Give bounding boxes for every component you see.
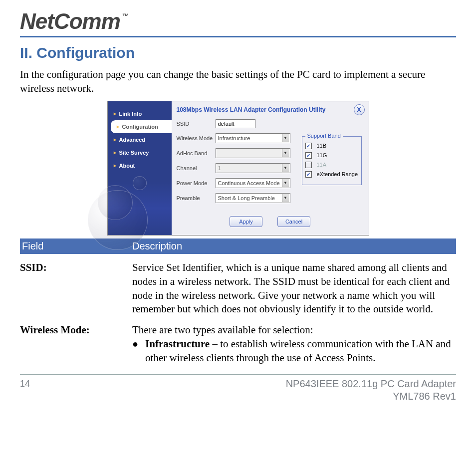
label-11a: 11A [317, 162, 327, 168]
wmode-bullet-name: Infrastructure [145, 338, 210, 350]
footer-line1: NP643IEEE 802.11g PC Card Adapter [286, 378, 456, 390]
checkbox-extended[interactable]: ✔ [305, 171, 312, 178]
wmode-lead: There are two types available for select… [132, 323, 456, 337]
nav-link-info[interactable]: ▸ Link Info [108, 107, 172, 120]
ssid-label: SSID [177, 121, 216, 127]
page-number: 14 [20, 379, 30, 389]
support-legend: Support Band [305, 133, 343, 139]
field-description-table: Field Description SSID: Service Set Iden… [20, 238, 456, 365]
nav-advanced[interactable]: ▸ Advanced [108, 133, 172, 146]
nav-label: Site Survey [119, 150, 149, 156]
channel-label: Channel [177, 165, 216, 171]
preamble-value: Short & Long Preamble [218, 195, 275, 201]
channel-select: 1 ▼ [216, 163, 290, 173]
th-desc: Description [132, 240, 182, 252]
divider-footer [20, 374, 456, 375]
power-select[interactable]: Continuous Access Mode ▼ [216, 178, 290, 188]
wmode-value: Infrastructure [218, 135, 250, 141]
power-label: Power Mode [177, 180, 216, 186]
nav-site-survey[interactable]: ▸ Site Survey [108, 146, 172, 159]
preamble-select[interactable]: Short & Long Preamble ▼ [216, 193, 290, 203]
arrow-icon: ▸ [114, 163, 116, 168]
brand-tm: ™ [122, 12, 129, 20]
support-band-fieldset: Support Band ✔ 11B ✔ 11G 11A ✔ eXtended … [302, 136, 362, 185]
cancel-button[interactable]: Cancel [277, 216, 310, 227]
decor-circle [88, 190, 148, 250]
footer-meta: NP643IEEE 802.11g PC Card Adapter YML786… [286, 378, 456, 403]
brand-text: NetComm [20, 9, 120, 34]
nav-label: About [119, 163, 135, 169]
brand-logo: NetComm ™ [20, 9, 456, 34]
arrow-icon: ▸ [114, 111, 116, 116]
intro-text: In the configuration page you can change… [20, 67, 456, 96]
wmode-select[interactable]: Infrastructure ▼ [216, 133, 290, 143]
preamble-label: Preamble [177, 195, 216, 201]
table-row: Wireless Mode: There are two types avail… [20, 323, 456, 365]
bullet-icon: ● [132, 339, 138, 365]
nav-label: Link Info [119, 111, 142, 117]
label-11b: 11B [317, 143, 327, 149]
arrow-icon: ▸ [114, 137, 116, 142]
field-desc-wmode: There are two types available for select… [132, 323, 456, 365]
label-extended: eXtended Range [317, 171, 358, 177]
field-name-ssid: SSID: [20, 261, 132, 317]
table-row: SSID: Service Set Identifier, which is a… [20, 261, 456, 317]
nav-configuration[interactable]: ▸ Configuration [111, 120, 172, 133]
table-header: Field Description [20, 238, 456, 254]
apply-button[interactable]: Apply [230, 216, 262, 227]
checkbox-11b[interactable]: ✔ [305, 143, 312, 149]
page-footer: 14 NP643IEEE 802.11g PC Card Adapter YML… [20, 378, 456, 403]
chevron-down-icon: ▼ [282, 194, 289, 202]
arrow-icon: ▸ [117, 124, 119, 129]
adhoc-select: ▼ [216, 148, 290, 158]
arrow-icon: ▸ [114, 150, 116, 155]
label-11g: 11G [317, 152, 327, 158]
field-desc-ssid: Service Set Identifier, which is a uniqu… [132, 261, 456, 317]
field-name-wmode: Wireless Mode: [20, 323, 132, 365]
chevron-down-icon: ▼ [282, 179, 289, 187]
wmode-bullet: Infrastructure – to establish wireless c… [145, 337, 456, 365]
ssid-input[interactable] [216, 119, 255, 128]
nav-about[interactable]: ▸ About [108, 159, 172, 172]
footer-line2: YML786 Rev1 [286, 390, 456, 403]
power-value: Continuous Access Mode [218, 180, 280, 186]
adhoc-label: AdHoc Band [177, 150, 216, 156]
chevron-down-icon: ▼ [282, 164, 289, 172]
decor-circle [133, 176, 147, 190]
wmode-label: Wireless Mode [177, 135, 216, 141]
page-heading: II. Configuration [20, 44, 456, 61]
nav-label: Advanced [119, 137, 146, 143]
close-icon: X [357, 106, 361, 113]
channel-value: 1 [218, 165, 221, 171]
chevron-down-icon: ▼ [282, 149, 289, 157]
sidebar: ▸ Link Info ▸ Configuration ▸ Advanced ▸… [108, 101, 172, 235]
close-button[interactable]: X [354, 104, 365, 115]
checkbox-11a [305, 162, 312, 168]
config-utility-window: ▸ Link Info ▸ Configuration ▸ Advanced ▸… [107, 101, 369, 236]
chevron-down-icon: ▼ [282, 134, 289, 142]
checkbox-11g[interactable]: ✔ [305, 152, 312, 159]
nav-label: Configuration [122, 124, 158, 130]
divider-top [20, 36, 456, 37]
panel-title: 108Mbps Wireless LAN Adapter Configurati… [177, 106, 364, 113]
config-panel: 108Mbps Wireless LAN Adapter Configurati… [172, 101, 369, 235]
